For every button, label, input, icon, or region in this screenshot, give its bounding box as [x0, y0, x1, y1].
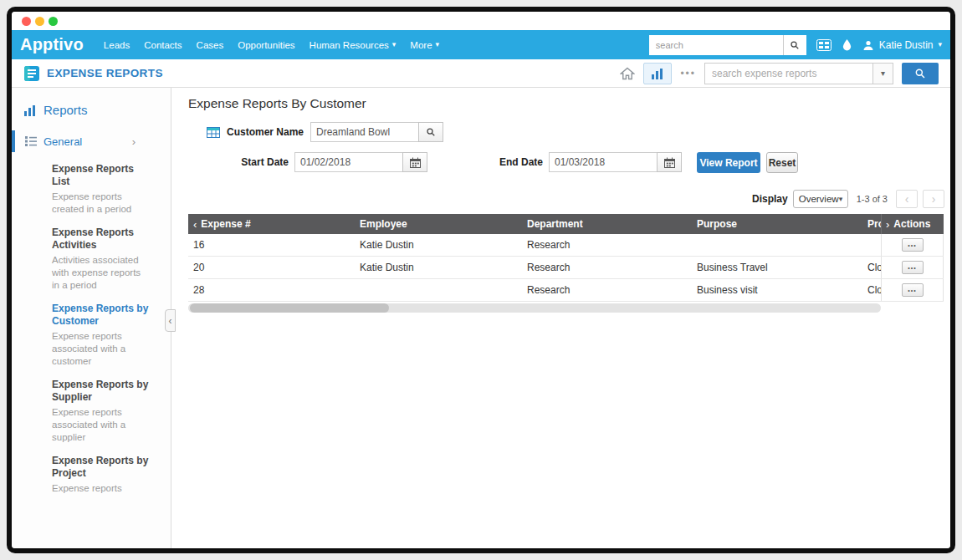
column-label: Employee — [360, 218, 407, 230]
reset-button[interactable]: Reset — [766, 152, 798, 173]
display-value: Overview — [799, 194, 839, 204]
sidebar-title-label: Reports — [43, 103, 88, 117]
chevron-down-icon: ▾ — [938, 41, 942, 48]
menu-item-cases[interactable]: Cases — [197, 40, 224, 50]
table-header: ‹Expense #EmployeeDepartmentPurposePro›A… — [188, 214, 944, 234]
column-header-department[interactable]: Department — [525, 214, 695, 234]
table-body: 16Katie DustinResearch•••20Katie DustinR… — [188, 234, 944, 302]
menu-item-leads[interactable]: Leads — [104, 40, 130, 50]
menu-item-opportunities[interactable]: Opportunities — [238, 40, 294, 50]
menu-item-label: Cases — [197, 40, 224, 50]
module-search-input[interactable] — [705, 64, 872, 84]
column-label: Department — [527, 218, 583, 230]
chevron-right-icon: › — [932, 192, 936, 206]
row-actions-button[interactable]: ••• — [902, 283, 924, 297]
column-header-purpose[interactable]: Purpose — [695, 214, 866, 234]
display-dropdown[interactable]: Overview ▾ — [793, 190, 848, 208]
home-icon[interactable] — [620, 67, 635, 80]
column-label: Purpose — [697, 218, 737, 230]
scroll-right-icon[interactable]: › — [886, 219, 889, 230]
global-search-button[interactable] — [783, 35, 806, 55]
end-date-input[interactable] — [549, 152, 658, 172]
row-actions-button[interactable]: ••• — [902, 261, 924, 274]
cell-purpose — [695, 234, 866, 256]
customer-filter-row: Customer Name — [207, 122, 443, 142]
chevron-down-icon: ▾ — [881, 69, 885, 78]
chevron-left-icon: ‹ — [169, 315, 172, 327]
close-window-button[interactable] — [22, 17, 31, 26]
end-date-calendar-button[interactable] — [657, 152, 682, 172]
report-list: Expense Reports ListExpense reports crea… — [52, 163, 149, 495]
sidebar-title[interactable]: Reports — [23, 103, 171, 117]
search-scope-dropdown[interactable]: ▾ — [872, 64, 893, 84]
previous-page-button[interactable]: ‹ — [896, 190, 918, 208]
row-actions-button[interactable]: ••• — [902, 238, 924, 252]
horizontal-scrollbar-track[interactable] — [188, 303, 881, 313]
chevron-down-icon: ▾ — [839, 195, 843, 203]
menu-item-more[interactable]: More▾ — [410, 40, 439, 50]
app-window: Apptivo LeadsContactsCasesOpportunitiesH… — [7, 7, 955, 553]
user-avatar-icon — [862, 39, 874, 51]
report-item-title: Expense Reports by Customer — [52, 303, 149, 328]
next-page-button[interactable]: › — [923, 190, 944, 208]
module-toolbar: ••• ▾ — [620, 63, 939, 84]
page-title: Expense Reports By Customer — [188, 96, 366, 111]
apps-grid-icon[interactable] — [816, 39, 832, 51]
sidebar-report-item[interactable]: Expense Reports by ProjectExpense report… — [52, 455, 149, 495]
cell-project — [866, 234, 881, 256]
apptivo-logo[interactable]: Apptivo — [20, 35, 84, 54]
search-icon — [914, 68, 926, 79]
column-header-expense-[interactable]: ‹Expense # — [188, 214, 358, 234]
report-item-title: Expense Reports by Project — [52, 455, 149, 480]
cell-actions: ••• — [881, 279, 944, 301]
report-item-title: Expense Reports by Supplier — [52, 379, 149, 404]
chevron-down-icon: ▾ — [436, 41, 440, 48]
sidebar-report-item[interactable]: Expense Reports by SupplierExpense repor… — [52, 379, 149, 444]
sidebar-collapse-handle[interactable]: ‹ — [165, 309, 176, 332]
customer-icon — [207, 127, 220, 138]
view-report-button[interactable]: View Report — [697, 152, 760, 173]
menu-item-human-resources[interactable]: Human Resources▾ — [310, 40, 397, 50]
content-area: Reports General › Expense Reports ListEx… — [12, 88, 950, 548]
column-header-employee[interactable]: Employee — [358, 214, 525, 234]
start-date-input[interactable] — [294, 152, 403, 172]
module-header: EXPENSE REPORTS ••• ▾ — [12, 59, 950, 88]
more-options-icon[interactable]: ••• — [680, 68, 696, 79]
customer-lookup-button[interactable] — [418, 122, 443, 142]
column-header-pro[interactable]: Pro — [866, 214, 881, 234]
menu-item-contacts[interactable]: Contacts — [144, 40, 182, 50]
customer-name-input[interactable] — [310, 122, 419, 142]
main-menu: LeadsContactsCasesOpportunitiesHuman Res… — [104, 40, 439, 50]
module-search-combo: ▾ — [704, 63, 893, 84]
horizontal-scrollbar-thumb[interactable] — [190, 303, 389, 313]
cell-purpose: Business Travel — [695, 257, 866, 278]
sidebar-report-item[interactable]: Expense Reports by CustomerExpense repor… — [52, 303, 149, 368]
scroll-left-icon[interactable]: ‹ — [193, 219, 197, 230]
cell-actions: ••• — [881, 234, 944, 256]
column-label: Pro — [867, 218, 881, 230]
module-search-button[interactable] — [902, 63, 939, 84]
table-row: 16Katie DustinResearch••• — [188, 234, 944, 257]
chevron-right-icon: › — [132, 135, 136, 148]
report-item-title: Expense Reports List — [52, 163, 149, 188]
global-search-input[interactable] — [649, 35, 783, 55]
sidebar-report-item[interactable]: Expense Reports ActivitiesActivities ass… — [52, 227, 149, 292]
zoom-window-button[interactable] — [49, 17, 58, 26]
report-item-description: Expense reports created in a period — [52, 191, 149, 216]
cell-department: Research — [525, 257, 695, 278]
column-header-actions[interactable]: ›Actions — [881, 214, 944, 234]
customer-name-label: Customer Name — [227, 126, 304, 138]
user-menu[interactable]: Katie Dustin ▾ — [862, 39, 942, 51]
report-item-description: Expense reports associated with a suppli… — [52, 406, 149, 444]
cell-employee: Katie Dustin — [358, 257, 525, 278]
ink-drop-icon[interactable] — [842, 38, 852, 51]
minimize-window-button[interactable] — [35, 17, 44, 26]
module-title: EXPENSE REPORTS — [47, 67, 163, 79]
window-titlebar — [12, 12, 950, 30]
reports-view-toggle[interactable] — [643, 63, 672, 84]
sidebar-report-item[interactable]: Expense Reports ListExpense reports crea… — [52, 163, 149, 216]
sidebar-section-general[interactable]: General › — [12, 130, 171, 152]
cell-expense-number: 16 — [188, 234, 358, 256]
start-date-calendar-button[interactable] — [402, 152, 427, 172]
cell-actions: ••• — [881, 257, 944, 278]
